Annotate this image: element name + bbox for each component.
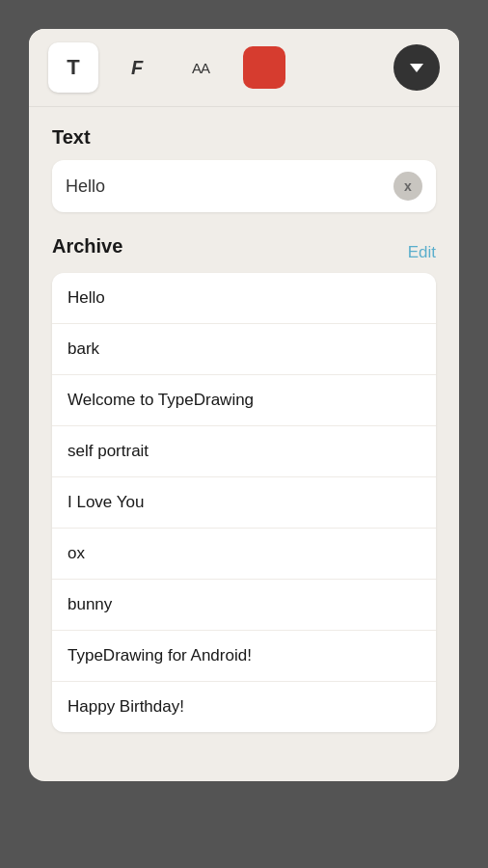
- toolbar: T F AA: [29, 29, 459, 107]
- list-item[interactable]: TypeDrawing for Android!: [52, 631, 436, 682]
- text-input[interactable]: [66, 176, 393, 197]
- clear-button[interactable]: x: [393, 172, 422, 201]
- panel-content: Text x Archive Edit HellobarkWelcome to …: [29, 107, 459, 780]
- archive-section-title: Archive: [52, 235, 122, 258]
- list-item[interactable]: bunny: [52, 580, 436, 631]
- edit-button[interactable]: Edit: [408, 243, 436, 262]
- list-item[interactable]: self portrait: [52, 426, 436, 477]
- list-item[interactable]: Welcome to TypeDrawing: [52, 375, 436, 426]
- list-item[interactable]: Hello: [52, 273, 436, 324]
- list-item[interactable]: I Love You: [52, 477, 436, 529]
- list-item[interactable]: bark: [52, 324, 436, 375]
- archive-header: Archive Edit: [52, 235, 436, 269]
- more-options-button[interactable]: [393, 44, 440, 91]
- main-panel: T F AA Text x Archive Edit HellobarkWelc…: [29, 29, 459, 781]
- font-tool-button[interactable]: F: [112, 42, 162, 93]
- text-tool-button[interactable]: T: [48, 42, 98, 93]
- color-swatch: [243, 46, 285, 89]
- text-section-title: Text: [52, 126, 436, 149]
- text-input-wrapper: x: [52, 160, 436, 212]
- color-tool-button[interactable]: [239, 42, 289, 93]
- size-tool-button[interactable]: AA: [176, 42, 226, 93]
- archive-list: HellobarkWelcome to TypeDrawingself port…: [52, 273, 436, 732]
- list-item[interactable]: Happy Birthday!: [52, 682, 436, 732]
- list-item[interactable]: ox: [52, 529, 436, 580]
- chevron-down-icon: [410, 64, 423, 72]
